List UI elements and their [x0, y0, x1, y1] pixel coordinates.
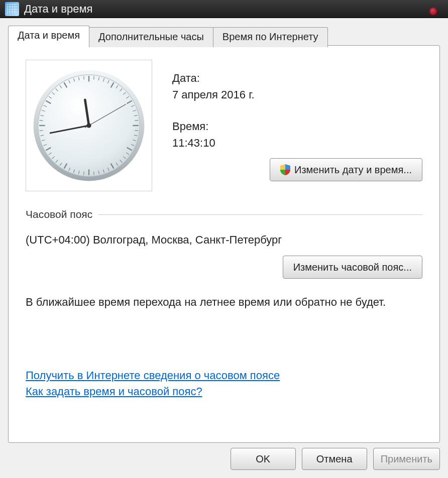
title-bar[interactable]: Дата и время [0, 0, 448, 18]
svg-line-48 [40, 121, 43, 121]
cancel-button[interactable]: Отмена [302, 448, 367, 470]
svg-point-65 [86, 123, 91, 128]
dst-note: В ближайшее время перехода на летнее вре… [26, 296, 422, 309]
tab-page-date-time: Дата: 7 апреля 2016 г. Время: 11:43:10 [8, 45, 440, 443]
close-icon[interactable] [429, 7, 438, 16]
tab-label: Дата и время [18, 30, 80, 41]
svg-line-3 [94, 76, 94, 80]
svg-line-31 [94, 171, 94, 175]
date-time-app-icon [5, 2, 19, 16]
time-value: 11:43:10 [172, 135, 422, 151]
divider [98, 214, 422, 215]
tab-internet-time[interactable]: Время по Интернету [213, 27, 328, 47]
datetime-top-row: Дата: 7 апреля 2016 г. Время: 11:43:10 [26, 60, 422, 191]
time-label: Время: [172, 118, 422, 135]
svg-line-61 [84, 76, 84, 80]
tab-label: Дополнительные часы [98, 31, 204, 42]
timezone-section-label: Часовой пояс [26, 208, 92, 220]
analog-clock-icon [31, 68, 147, 183]
date-value: 7 апреля 2016 г. [172, 86, 422, 103]
timezone-value: (UTC+04:00) Волгоград, Москва, Санкт-Пет… [26, 233, 422, 247]
tab-date-time[interactable]: Дата и время [8, 26, 89, 46]
apply-button[interactable]: Применить [373, 448, 440, 470]
change-datetime-button[interactable]: Изменить дату и время... [270, 158, 422, 181]
tab-additional-clocks[interactable]: Дополнительные часы [89, 27, 213, 47]
change-timezone-button[interactable]: Изменить часовой пояс... [283, 256, 422, 279]
svg-line-46 [40, 131, 43, 131]
link-how-set-time[interactable]: Как задать время и часовой пояс? [26, 385, 202, 398]
svg-line-18 [135, 131, 138, 131]
dialog-button-bar: OK Отмена Применить [0, 443, 448, 478]
analog-clock-frame [26, 60, 152, 191]
uac-shield-icon [280, 164, 290, 175]
button-label: Применить [381, 453, 432, 465]
button-label: OK [256, 453, 270, 465]
button-label: Изменить часовой пояс... [293, 262, 412, 273]
tab-label: Время по Интернету [222, 31, 318, 42]
ok-button[interactable]: OK [231, 448, 296, 470]
tab-container: Дата и время Дополнительные часы Время п… [0, 18, 448, 443]
date-time-dialog: Дата и время Дата и время Дополнительные… [0, 0, 448, 478]
link-timezone-info[interactable]: Получить в Интернете сведения о часовом … [26, 369, 280, 382]
button-label: Отмена [316, 453, 353, 465]
date-label: Дата: [172, 70, 422, 86]
svg-line-33 [84, 171, 84, 175]
help-links: Получить в Интернете сведения о часовом … [26, 369, 422, 401]
client-area: Дата и время Дополнительные часы Время п… [0, 18, 448, 478]
button-label: Изменить дату и время... [294, 162, 412, 177]
datetime-info: Дата: 7 апреля 2016 г. Время: 11:43:10 [172, 60, 422, 191]
svg-line-16 [135, 121, 138, 121]
tab-strip: Дата и время Дополнительные часы Время п… [8, 26, 440, 46]
timezone-section-header: Часовой пояс [26, 208, 422, 220]
window-title: Дата и время [24, 3, 92, 16]
